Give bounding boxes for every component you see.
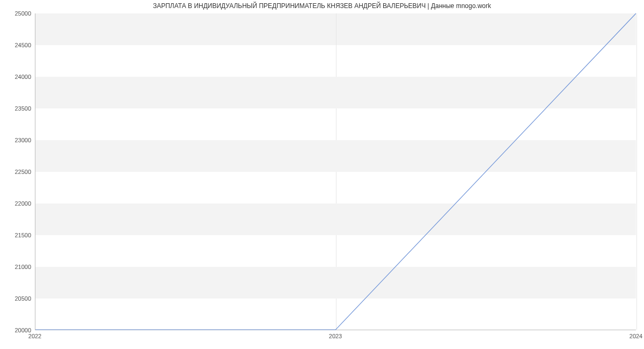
y-tick-label: 22500 [4, 169, 31, 175]
x-tick-label: 2022 [28, 333, 41, 339]
line-layer [35, 13, 636, 330]
y-tick-label: 20500 [4, 295, 31, 302]
y-tick-label: 21500 [4, 232, 31, 238]
plot-area [35, 13, 636, 330]
y-tick-label: 22000 [4, 200, 31, 207]
y-tick-label: 23500 [4, 105, 31, 112]
y-tick-label: 24000 [4, 74, 31, 80]
y-tick-label: 25000 [4, 10, 31, 17]
gridline-x [636, 13, 637, 330]
x-tick-label: 2024 [630, 333, 642, 339]
series-line [35, 13, 636, 330]
y-tick-label: 21000 [4, 264, 31, 270]
x-tick-label: 2023 [329, 333, 342, 339]
y-tick-label: 24500 [4, 42, 31, 48]
chart-title: ЗАРПЛАТА В ИНДИВИДУАЛЬНЫЙ ПРЕДПРИНИМАТЕЛ… [0, 2, 644, 10]
chart-container: ЗАРПЛАТА В ИНДИВИДУАЛЬНЫЙ ПРЕДПРИНИМАТЕЛ… [0, 0, 644, 349]
y-tick-label: 20000 [4, 327, 31, 333]
y-tick-label: 23000 [4, 137, 31, 143]
